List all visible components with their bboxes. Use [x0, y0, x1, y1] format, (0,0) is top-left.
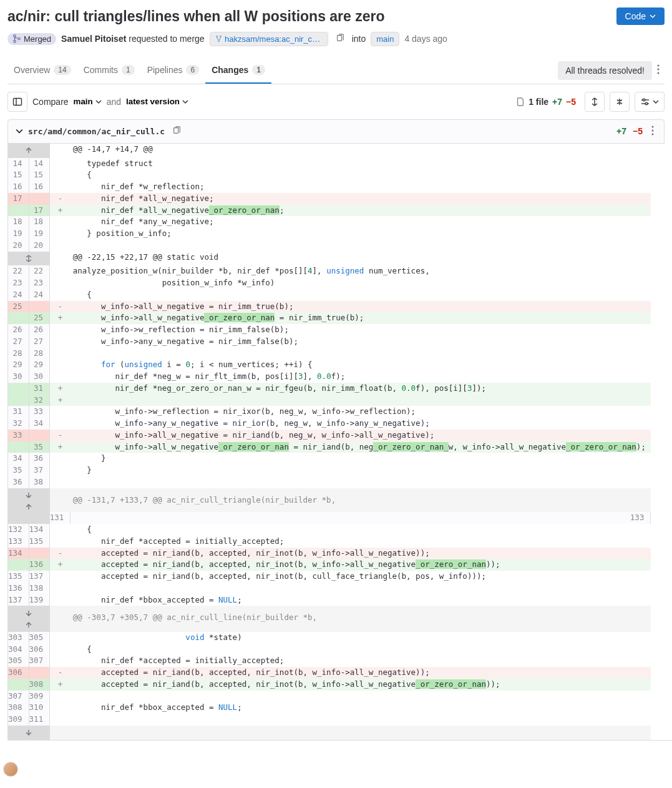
code-line[interactable]: { — [71, 644, 651, 656]
copy-icon — [172, 126, 181, 135]
tab-pipelines[interactable]: Pipelines6 — [141, 57, 206, 84]
svg-point-19 — [652, 133, 654, 135]
code-line[interactable]: accepted = nir_iand(b, accepted, nir_ino… — [71, 559, 651, 571]
code-line[interactable]: nir_def *all_w_negative_or_zero_or_nan; — [71, 205, 651, 217]
svg-point-15 — [645, 102, 648, 105]
code-line[interactable] — [71, 240, 651, 252]
author-name[interactable]: Samuel Pitoiset — [61, 34, 126, 44]
tab-overview[interactable]: Overview14 — [7, 57, 77, 84]
code-line[interactable]: } position_w_info; — [71, 228, 651, 240]
file-header: src/amd/common/ac_nir_cull.c +7 −5 — [7, 119, 665, 144]
kebab-icon — [657, 64, 660, 74]
code-line[interactable]: } — [71, 465, 651, 476]
code-line[interactable]: void *state) — [71, 632, 651, 644]
code-line[interactable]: w_info->w_reflection = nir_ixor(b, neg_w… — [71, 406, 651, 418]
code-line[interactable]: nir_def *w_reflection; — [71, 181, 651, 193]
svg-rect-16 — [174, 127, 178, 133]
tab-changes[interactable]: Changes1 — [205, 57, 271, 84]
svg-point-17 — [652, 126, 654, 127]
chevron-down-icon — [650, 13, 656, 19]
code-line[interactable]: w_info->any_w_negative = nir_ior(b, neg_… — [71, 418, 651, 430]
time-ago: 4 days ago — [404, 34, 447, 44]
code-line[interactable]: accepted = nir_iand(b, accepted, nir_ino… — [71, 548, 651, 559]
code-line[interactable]: accepted = nir_iand(b, accepted, nir_ino… — [71, 667, 651, 679]
expand-button[interactable] — [8, 252, 50, 266]
code-line[interactable]: w_info->w_reflection = nir_imm_false(b); — [71, 324, 651, 336]
svg-point-9 — [658, 72, 660, 74]
collapse-all-button[interactable] — [610, 92, 630, 112]
file-collapse-toggle[interactable] — [16, 127, 23, 135]
and-text: and — [107, 97, 121, 107]
code-line[interactable]: nir_def *any_w_negative; — [71, 216, 651, 228]
chevron-down-icon — [182, 99, 188, 105]
file-summary: 1 file +7 −5 — [516, 97, 576, 107]
code-line[interactable]: nir_def *neg_or_zero_or_nan_w = nir_fgeu… — [71, 383, 651, 395]
tab-commits[interactable]: Commits1 — [77, 57, 141, 84]
code-line[interactable]: accepted = nir_iand(b, accepted, nir_ino… — [71, 571, 651, 583]
mr-title: ac/nir: cull triangles/lines when all W … — [7, 7, 609, 26]
merge-icon — [12, 34, 21, 43]
expand-all-button[interactable] — [585, 92, 605, 112]
code-line[interactable]: w_info->any_w_negative = nir_imm_false(b… — [71, 336, 651, 348]
code-line[interactable] — [71, 691, 651, 702]
arrow-up-icon — [25, 503, 32, 511]
head-version-dropdown[interactable]: latest version — [126, 97, 188, 106]
code-line[interactable]: position_w_info *w_info) — [71, 277, 651, 289]
compare-label: Compare — [32, 97, 69, 107]
file-additions: +7 — [616, 126, 626, 136]
expand-button[interactable] — [8, 606, 50, 632]
svg-point-2 — [18, 38, 21, 41]
code-line[interactable]: nir_def *all_w_negative; — [71, 193, 651, 205]
copy-branch-button[interactable] — [333, 32, 347, 46]
code-line[interactable]: nir_def *bbox_accepted = NULL; — [71, 702, 651, 714]
kebab-icon — [651, 126, 654, 135]
code-line[interactable]: nir_def *accepted = initially_accepted; — [71, 655, 651, 667]
base-version-dropdown[interactable]: main — [74, 97, 102, 106]
tabs-menu-button[interactable] — [652, 60, 665, 81]
code-line[interactable]: analyze_position_w(nir_builder *b, nir_d… — [71, 265, 651, 277]
arrow-down-icon — [25, 609, 32, 617]
collapse-icon — [615, 97, 624, 106]
code-line[interactable]: } — [71, 453, 651, 465]
copy-path-button[interactable] — [170, 125, 183, 138]
svg-point-18 — [652, 129, 654, 131]
expand-icon — [25, 255, 32, 262]
code-line[interactable]: w_info->all_w_negative = nir_iand(b, neg… — [71, 430, 651, 441]
arrow-up-icon — [25, 621, 32, 629]
code-line[interactable]: for (unsigned i = 0; i < num_vertices; +… — [71, 359, 651, 371]
code-line[interactable]: w_info->all_w_negative_or_zero_or_nan = … — [71, 312, 651, 324]
code-line[interactable]: nir_def *neg_w = nir_flt_imm(b, pos[i][3… — [71, 371, 651, 383]
svg-point-1 — [14, 41, 16, 43]
code-line[interactable]: { — [71, 289, 651, 301]
into-text: into — [352, 34, 366, 44]
code-line[interactable] — [71, 395, 651, 406]
target-branch[interactable]: main — [371, 32, 399, 46]
expand-up-button[interactable] — [8, 144, 50, 158]
code-line[interactable]: typedef struct — [71, 158, 651, 170]
code-button[interactable]: Code — [616, 7, 665, 25]
code-line[interactable]: w_info->all_w_negative = nir_imm_true(b)… — [71, 301, 651, 313]
code-line[interactable]: void *state) — [651, 512, 672, 524]
code-line[interactable] — [71, 583, 651, 594]
file-menu-button[interactable] — [649, 126, 656, 137]
expand-down-button[interactable] — [8, 726, 50, 740]
source-branch[interactable]: hakzsam/mesa:ac_nir_cull… — [210, 32, 328, 46]
diff-settings-button[interactable] — [635, 92, 665, 112]
code-line[interactable]: { — [71, 169, 651, 181]
code-line[interactable] — [71, 714, 651, 726]
code-line[interactable]: w_info->all_w_negative_or_zero_or_nan = … — [71, 441, 651, 453]
code-line[interactable] — [71, 348, 651, 360]
code-line[interactable]: nir_def *accepted = initially_accepted; — [71, 536, 651, 548]
code-line[interactable]: accepted = nir_iand(b, accepted, nir_ino… — [71, 679, 651, 691]
arrow-down-icon — [25, 491, 32, 499]
code-line[interactable]: nir_def *bbox_accepted = NULL; — [71, 594, 651, 606]
file-path[interactable]: src/amd/common/ac_nir_cull.c — [28, 127, 165, 136]
threads-resolved[interactable]: All threads resolved! — [558, 61, 652, 80]
expand-icon — [590, 97, 599, 106]
code-line[interactable] — [71, 476, 651, 488]
code-line[interactable]: { — [71, 524, 651, 536]
file-tree-toggle[interactable] — [7, 92, 27, 112]
status-badge: Merged — [7, 33, 56, 45]
expand-button[interactable] — [8, 488, 50, 525]
svg-rect-10 — [14, 98, 22, 105]
